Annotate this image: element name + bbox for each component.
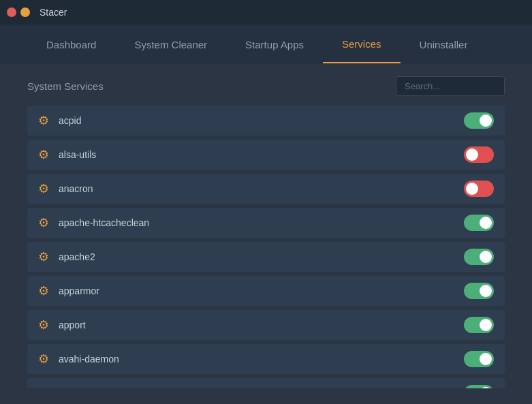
section-title: System Services — [27, 80, 104, 92]
toggle-slider — [464, 351, 494, 367]
service-name: apache-htcacheclean — [59, 217, 454, 228]
service-row: ⚙avahi-daemon — [27, 344, 505, 374]
gear-icon[interactable]: ⚙ — [38, 283, 49, 298]
service-row: ⚙apache-htcacheclean — [27, 208, 505, 238]
gear-icon[interactable]: ⚙ — [38, 215, 49, 230]
services-list: ⚙acpid⚙alsa-utils⚙anacron⚙apache-htcache… — [27, 106, 505, 388]
search-input[interactable] — [396, 76, 505, 96]
gear-icon[interactable]: ⚙ — [38, 181, 49, 196]
nav-tab-startup-apps[interactable]: Startup Apps — [226, 27, 323, 63]
toggle-slider — [464, 385, 494, 388]
service-row: ⚙alsa-utils — [27, 140, 505, 170]
service-toggle[interactable] — [464, 249, 494, 265]
gear-icon[interactable]: ⚙ — [38, 352, 49, 367]
gear-icon[interactable]: ⚙ — [38, 317, 49, 332]
gear-icon[interactable]: ⚙ — [38, 249, 49, 264]
service-name: apport — [59, 320, 454, 330]
toggle-slider — [464, 249, 494, 265]
close-button[interactable] — [7, 7, 16, 17]
navigation: DashboardSystem CleanerStartup AppsServi… — [0, 25, 532, 64]
nav-tab-services[interactable]: Services — [323, 26, 401, 63]
service-name: alsa-utils — [59, 149, 454, 160]
toggle-slider — [464, 283, 494, 299]
toggle-slider — [464, 146, 494, 163]
service-row: ⚙apparmor — [27, 276, 505, 306]
service-toggle[interactable] — [464, 283, 494, 299]
toggle-slider — [464, 317, 494, 333]
toggle-slider — [464, 112, 494, 129]
service-row: ⚙apache2 — [27, 242, 505, 272]
service-name: acpid — [59, 115, 454, 126]
toggle-slider — [464, 215, 494, 231]
service-toggle[interactable] — [464, 112, 494, 129]
content-header: System Services — [27, 76, 505, 96]
app-title: Stacer — [40, 7, 67, 18]
gear-icon[interactable]: ⚙ — [38, 147, 49, 162]
service-row: ⚙acpid — [27, 106, 505, 136]
window-controls[interactable] — [7, 7, 30, 17]
service-row: ⚙anacron — [27, 174, 505, 204]
service-name: apache2 — [59, 251, 454, 262]
service-toggle[interactable] — [464, 215, 494, 231]
nav-tab-dashboard[interactable]: Dashboard — [27, 27, 115, 63]
service-toggle[interactable] — [464, 385, 494, 388]
nav-tab-system-cleaner[interactable]: System Cleaner — [115, 27, 226, 63]
service-toggle[interactable] — [464, 146, 494, 163]
titlebar: Stacer — [0, 0, 532, 25]
service-toggle[interactable] — [464, 181, 494, 197]
service-name: binfmt-support — [59, 388, 454, 388]
toggle-slider — [464, 181, 494, 197]
minimize-button[interactable] — [20, 7, 30, 17]
gear-icon[interactable]: ⚙ — [38, 386, 49, 388]
service-row: ⚙apport — [27, 310, 505, 340]
service-row: ⚙binfmt-support — [27, 378, 505, 388]
service-name: anacron — [59, 183, 454, 194]
service-toggle[interactable] — [464, 317, 494, 333]
main-content: System Services ⚙acpid⚙alsa-utils⚙anacro… — [0, 64, 532, 404]
service-toggle[interactable] — [464, 351, 494, 367]
service-name: apparmor — [59, 285, 454, 296]
gear-icon[interactable]: ⚙ — [38, 113, 49, 128]
service-name: avahi-daemon — [59, 354, 454, 364]
nav-tab-uninstaller[interactable]: Uninstaller — [401, 27, 487, 63]
